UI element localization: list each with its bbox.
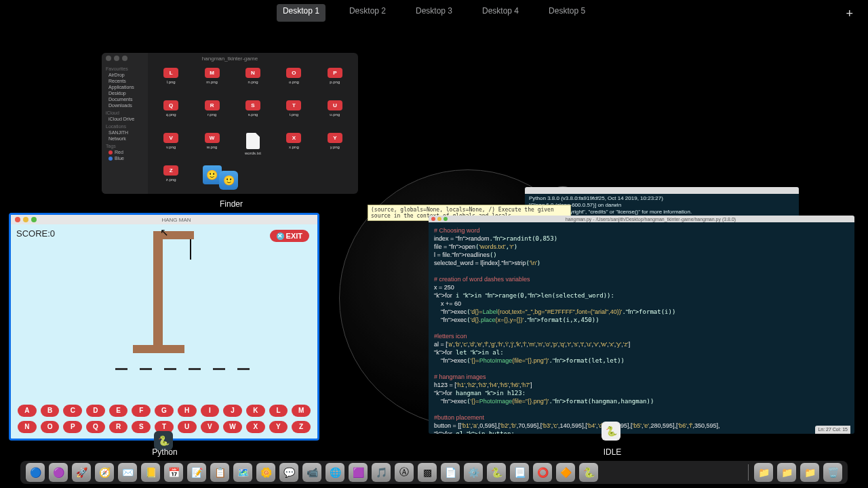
traffic-lights[interactable]: HANG MAN: [11, 215, 317, 224]
sidebar-item[interactable]: Desktop: [106, 91, 144, 96]
letter-key-i[interactable]: I: [201, 405, 220, 417]
dock-tray-folder[interactable]: 📁: [777, 463, 796, 482]
letter-key-o[interactable]: O: [41, 421, 60, 433]
letter-key-j[interactable]: J: [223, 405, 242, 417]
dock-app-safari[interactable]: 🧭: [95, 463, 114, 482]
editor-code[interactable]: # Choosing word index = "fn">random."fn"…: [429, 222, 854, 434]
idle-editor-window[interactable]: hangman.py - /Users/sanjith/Desktop/hang…: [429, 216, 854, 434]
idle-app-icon[interactable]: 🐍: [601, 422, 620, 441]
letter-key-b[interactable]: B: [41, 405, 60, 417]
file-item[interactable]: Tt.png: [286, 100, 301, 129]
letter-key-x[interactable]: X: [246, 421, 265, 433]
dock-app-textedit[interactable]: 📄: [441, 463, 460, 482]
sidebar-item[interactable]: AirDrop: [106, 73, 144, 77]
desktop-tab-4[interactable]: Desktop 4: [476, 4, 525, 22]
desktop-tab-5[interactable]: Desktop 5: [542, 4, 591, 22]
letter-keyboard: ABCDEFGHIJKLM NOPQRSTUVWXYZ: [18, 405, 311, 433]
add-desktop-button[interactable]: +: [846, 7, 853, 21]
dock-app-contacts[interactable]: 📒: [141, 463, 160, 482]
desktop-switcher: Desktop 1Desktop 2Desktop 3Desktop 4Desk…: [0, 4, 868, 22]
dock-app-reminders[interactable]: 📋: [210, 463, 229, 482]
file-item[interactable]: Rr.png: [205, 100, 220, 129]
sidebar-item[interactable]: iCloud Drive: [106, 117, 144, 121]
desktop-tab-2[interactable]: Desktop 2: [343, 4, 392, 22]
exit-button[interactable]: EXIT: [270, 230, 309, 242]
letter-key-a[interactable]: A: [18, 405, 37, 417]
sidebar-item[interactable]: Documents: [106, 97, 144, 102]
dock-app-siri[interactable]: 🟣: [49, 463, 68, 482]
sidebar-item[interactable]: Red: [106, 150, 144, 155]
letter-key-e[interactable]: E: [109, 405, 128, 417]
letter-key-p[interactable]: P: [63, 421, 82, 433]
desktop-tab-3[interactable]: Desktop 3: [410, 4, 458, 22]
dock-tray-folder[interactable]: 📁: [754, 463, 773, 482]
file-item[interactable]: Qq.png: [163, 100, 178, 129]
file-item[interactable]: Ll.png: [163, 68, 178, 96]
letter-key-k[interactable]: K: [246, 405, 265, 417]
letter-badge-icon: X: [286, 133, 301, 143]
dock-app-calendar[interactable]: 📅: [164, 463, 183, 482]
file-item[interactable]: Yy.png: [328, 133, 342, 161]
letter-badge-icon: W: [205, 133, 220, 143]
file-item[interactable]: Xx.png: [286, 133, 301, 161]
dock-app-messages[interactable]: 💬: [279, 463, 298, 482]
file-item[interactable]: Vv.png: [163, 133, 178, 161]
letter-key-c[interactable]: C: [63, 405, 82, 417]
dock-app-podcasts[interactable]: 🟪: [349, 463, 368, 482]
sidebar-item[interactable]: Recents: [106, 79, 144, 83]
dock-app-facetime[interactable]: 📹: [302, 463, 321, 482]
dock-tray-folder[interactable]: 📁: [800, 463, 819, 482]
dock-app-notes[interactable]: 📝: [187, 463, 206, 482]
letter-key-u[interactable]: U: [178, 421, 197, 433]
letter-key-s[interactable]: S: [132, 421, 151, 433]
file-item[interactable]: words.txt: [245, 133, 261, 161]
letter-key-v[interactable]: V: [201, 421, 220, 433]
dock-tray-trash[interactable]: 🗑️: [823, 463, 842, 482]
dock-app-terminal[interactable]: ▩: [418, 463, 437, 482]
hangman-window[interactable]: HANG MAN SCORE:0 EXIT ABCDEFGHIJKLM NOPQ…: [9, 213, 319, 441]
file-item[interactable]: Uu.png: [328, 100, 342, 129]
file-item[interactable]: Mm.png: [205, 68, 220, 96]
letter-key-g[interactable]: G: [155, 405, 174, 417]
file-item[interactable]: Ss.png: [245, 100, 260, 129]
letter-key-w[interactable]: W: [223, 421, 242, 433]
sidebar-item[interactable]: Network: [106, 136, 144, 141]
dock-app-python[interactable]: 🐍: [487, 463, 506, 482]
dock-app-finder[interactable]: 🔵: [26, 463, 45, 482]
finder-app-icon[interactable]: 🙂: [219, 171, 238, 190]
blank-slot: [237, 368, 250, 370]
dock-app-pages[interactable]: 📃: [510, 463, 529, 482]
letter-key-z[interactable]: Z: [292, 421, 311, 433]
letter-key-q[interactable]: Q: [86, 421, 105, 433]
letter-key-r[interactable]: R: [109, 421, 128, 433]
file-item[interactable]: Pp.png: [328, 68, 342, 96]
file-item[interactable]: Ww.png: [205, 133, 220, 161]
letter-key-y[interactable]: Y: [269, 421, 288, 433]
letter-key-m[interactable]: M: [292, 405, 311, 417]
sidebar-item[interactable]: Downloads: [106, 103, 144, 108]
dock-app-vlc[interactable]: 🔶: [556, 463, 575, 482]
dock-app-chrome[interactable]: 🌐: [326, 463, 344, 482]
sidebar-item[interactable]: SANJITH: [106, 130, 144, 135]
letter-key-n[interactable]: N: [18, 421, 37, 433]
letter-badge-icon: Q: [163, 100, 178, 110]
letter-key-l[interactable]: L: [269, 405, 288, 417]
file-item[interactable]: Oo.png: [286, 68, 301, 96]
letter-key-f[interactable]: F: [132, 405, 151, 417]
file-item[interactable]: Nn.png: [245, 68, 260, 96]
desktop-tab-1[interactable]: Desktop 1: [277, 4, 326, 22]
dock-app-music[interactable]: 🎵: [372, 463, 391, 482]
dock-app-photos[interactable]: 🌼: [256, 463, 275, 482]
letter-key-d[interactable]: D: [86, 405, 105, 417]
file-item[interactable]: Zz.png: [163, 165, 178, 194]
dock-app-preferences[interactable]: ⚙️: [464, 463, 483, 482]
dock-app-maps[interactable]: 🗺️: [233, 463, 252, 482]
sidebar-item[interactable]: Applications: [106, 85, 144, 89]
letter-key-h[interactable]: H: [178, 405, 197, 417]
dock-app-appstore[interactable]: Ⓐ: [395, 463, 414, 482]
dock-app-obs[interactable]: ⭕: [533, 463, 552, 482]
dock-app-mail[interactable]: ✉️: [118, 463, 137, 482]
sidebar-item[interactable]: Blue: [106, 156, 144, 161]
dock-app-launchpad[interactable]: 🚀: [72, 463, 91, 482]
dock-app-idle[interactable]: 🐍: [579, 463, 598, 482]
